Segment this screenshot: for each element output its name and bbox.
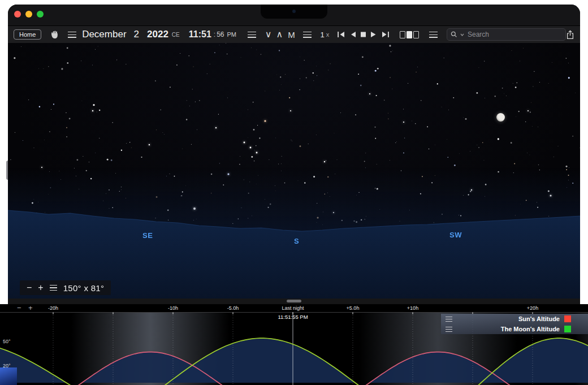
stop-icon[interactable]: [360, 31, 366, 38]
date-day[interactable]: 2: [134, 29, 139, 40]
close-window-button[interactable]: [14, 11, 21, 18]
time-hours-minutes[interactable]: 11:51: [189, 29, 211, 40]
date-era[interactable]: CE: [172, 32, 180, 38]
app-screenshot: Home December 2 2022 CE 11:51 : 56 PM ∨ …: [0, 0, 588, 385]
window-titlebar: [8, 5, 580, 25]
playback-speed-times: x: [326, 31, 330, 38]
time-axis: − + -20h-10h-5.0hLast night+5.0h+10h+20h: [0, 304, 588, 312]
horizon-ground: [8, 43, 580, 299]
time-ampm[interactable]: PM: [227, 31, 237, 38]
display-menu-icon[interactable]: [429, 32, 438, 38]
x-tick-label: +10h: [407, 305, 418, 311]
time-menu-icon[interactable]: [248, 32, 256, 38]
date-year[interactable]: 2022: [147, 29, 168, 40]
compass-label-s: S: [294, 237, 299, 245]
main-toolbar: Home December 2 2022 CE 11:51 : 56 PM ∨ …: [8, 25, 580, 43]
divider-grip[interactable]: [287, 300, 301, 302]
y-tick-label: 50°: [3, 339, 11, 344]
rate-menu-icon[interactable]: [303, 32, 312, 38]
home-button[interactable]: Home: [14, 29, 41, 40]
fov-zoom-out-button[interactable]: −: [27, 283, 32, 292]
time-colon: :: [214, 31, 215, 38]
compass-label-se: SE: [142, 231, 153, 240]
date-month[interactable]: December: [82, 29, 126, 40]
x-tick-label: +20h: [527, 305, 538, 311]
chart-legend: Sun's Altitude The Moon's Altitude: [441, 314, 588, 334]
mode-m-button[interactable]: M: [288, 31, 295, 39]
corner-gradient: [0, 367, 17, 385]
altitude-graph-panel[interactable]: − + -20h-10h-5.0hLast night+5.0h+10h+20h…: [0, 304, 588, 385]
share-icon[interactable]: [566, 30, 574, 40]
legend-swatch-moon: [564, 326, 571, 332]
search-magnifier-icon: [451, 31, 458, 38]
x-tick-label: Last night: [282, 305, 304, 311]
fov-value: 150° x 81°: [63, 283, 105, 293]
date-menu-icon[interactable]: [68, 32, 76, 38]
x-tick-label: -5.0h: [227, 305, 239, 311]
graph-zoom-out-button[interactable]: −: [17, 304, 21, 312]
step-back-icon[interactable]: [349, 31, 356, 38]
zoom-window-button[interactable]: [37, 11, 44, 18]
playback-speed-value[interactable]: 1: [321, 31, 325, 39]
legend-swatch-sun: [564, 315, 571, 322]
pan-hand-icon[interactable]: [50, 30, 59, 39]
fov-zoom-in-button[interactable]: +: [38, 283, 43, 292]
play-icon[interactable]: [370, 31, 377, 38]
skip-back-icon[interactable]: [337, 31, 345, 38]
search-scope-chevron-icon[interactable]: [460, 33, 464, 36]
legend-menu-icon[interactable]: [446, 327, 452, 332]
search-input[interactable]: [466, 30, 562, 39]
skip-forward-icon[interactable]: [381, 31, 390, 38]
fov-menu-icon[interactable]: [50, 285, 57, 291]
chevron-up-icon[interactable]: ∧: [276, 30, 283, 39]
legend-row-sun[interactable]: Sun's Altitude: [441, 314, 588, 324]
display-notch: [261, 5, 327, 19]
panel-layout-icon[interactable]: [400, 31, 419, 38]
compass-label-sw: SW: [449, 231, 462, 239]
search-field[interactable]: [447, 28, 566, 41]
x-tick-label: +5.0h: [347, 305, 360, 311]
field-of-view-control: − + 150° x 81°: [20, 280, 111, 295]
legend-menu-icon[interactable]: [446, 317, 452, 322]
legend-label-sun: Sun's Altitude: [518, 315, 560, 322]
time-seconds[interactable]: 56: [217, 31, 224, 38]
graph-zoom-in-button[interactable]: +: [28, 304, 33, 312]
legend-row-moon[interactable]: The Moon's Altitude: [441, 324, 588, 334]
x-tick-label: -20h: [48, 305, 58, 311]
chevron-down-icon[interactable]: ∨: [265, 30, 272, 39]
panel-divider[interactable]: [8, 299, 580, 304]
camera-icon: [292, 10, 296, 13]
sky-view[interactable]: SE S SW − + 150° x 81°: [8, 43, 580, 299]
x-tick-label: -10h: [168, 305, 178, 311]
minimize-window-button[interactable]: [25, 11, 32, 18]
legend-label-moon: The Moon's Altitude: [501, 326, 560, 332]
